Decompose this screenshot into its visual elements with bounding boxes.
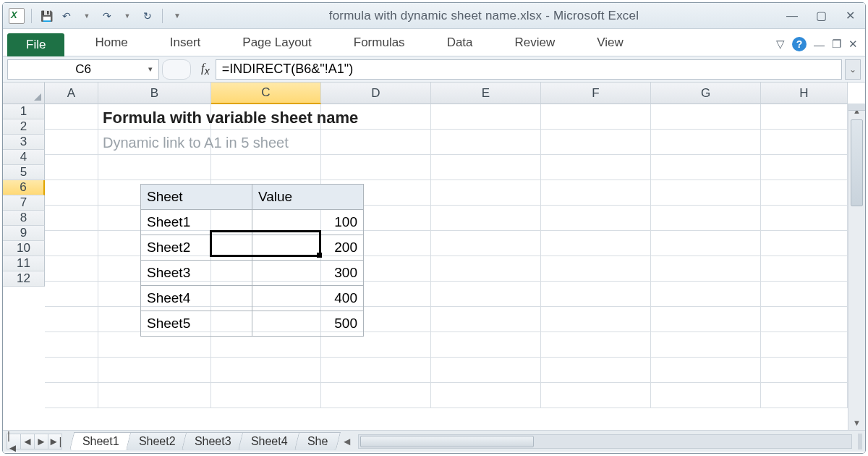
save-icon[interactable]: 💾 [38,8,54,24]
scroll-down-icon[interactable]: ▼ [848,415,865,430]
cell[interactable] [45,256,98,282]
row-header-2[interactable]: 2 [3,119,45,135]
cell[interactable] [45,155,98,180]
cell[interactable] [761,130,848,155]
fx-icon[interactable]: fx [201,61,210,77]
cell[interactable] [431,180,541,206]
redo-icon[interactable]: ↷ [99,8,115,24]
table-row[interactable]: 100 [252,210,364,235]
col-header-c[interactable]: C [211,83,321,104]
table-row[interactable]: 500 [252,311,364,337]
cell[interactable] [651,104,761,130]
hscroll-thumb[interactable] [360,436,534,447]
cell[interactable] [651,332,761,358]
cell[interactable] [541,231,651,256]
ribbon-minimize-icon[interactable]: ▽ [776,38,785,51]
cell[interactable] [211,383,321,408]
minimize-icon[interactable]: ― [783,9,801,23]
cell[interactable] [651,155,761,180]
cancel-formula-icon[interactable] [162,59,191,80]
workbook-close-icon[interactable]: ✕ [848,38,858,51]
row-header-11[interactable]: 11 [3,256,45,271]
cell[interactable] [45,307,98,332]
file-tab[interactable]: File [7,33,64,56]
cell[interactable] [431,307,541,332]
tab-page-layout[interactable]: Page Layout [231,31,323,56]
cell[interactable] [45,282,98,307]
cell[interactable] [541,155,651,180]
cell[interactable] [761,383,848,408]
cell[interactable] [431,282,541,307]
cell[interactable] [431,332,541,358]
cell[interactable] [211,358,321,383]
col-header-h[interactable]: H [761,83,848,104]
col-header-e[interactable]: E [431,83,541,104]
cell[interactable] [541,180,651,206]
cell[interactable] [541,206,651,231]
refresh-icon[interactable]: ↻ [140,8,156,24]
row-header-3[interactable]: 3 [3,135,45,150]
horizontal-scrollbar[interactable] [358,434,852,449]
cell[interactable] [761,206,848,231]
row-header-6[interactable]: 6 [3,180,45,195]
tab-insert[interactable]: Insert [158,31,213,56]
cell[interactable] [651,282,761,307]
scroll-thumb[interactable] [851,119,863,206]
table-row[interactable]: Sheet4 [141,286,252,311]
name-box[interactable]: C6 [7,59,159,80]
undo-dropdown-icon[interactable]: ▼ [79,8,95,24]
sheet-tab-sheet2[interactable]: Sheet2 [126,432,189,450]
cell[interactable] [45,358,98,383]
cell[interactable] [431,104,541,130]
qat-customize-icon[interactable]: ▼ [169,8,185,24]
cell[interactable] [321,383,431,408]
cell[interactable] [541,104,651,130]
workbook-minimize-icon[interactable]: ― [814,38,825,51]
tab-home[interactable]: Home [83,31,139,56]
cell[interactable] [541,130,651,155]
row-header-10[interactable]: 10 [3,241,45,256]
cell[interactable] [431,256,541,282]
select-all-corner[interactable] [3,83,45,104]
last-sheet-icon[interactable]: ►| [48,434,62,449]
sheet-tab-sheet3[interactable]: Sheet3 [182,432,244,450]
tab-review[interactable]: Review [503,31,567,56]
table-row[interactable]: Sheet1 [141,210,252,235]
cell[interactable] [761,358,848,383]
table-row[interactable]: Sheet3 [141,261,252,286]
cell[interactable] [431,383,541,408]
cell[interactable] [651,358,761,383]
maximize-icon[interactable]: ▢ [812,9,830,23]
col-header-a[interactable]: A [45,83,98,104]
formula-input[interactable]: =INDIRECT(B6&"!A1") [216,59,842,80]
cell[interactable] [321,130,431,155]
row-header-7[interactable]: 7 [3,195,45,211]
cell[interactable] [321,358,431,383]
col-header-f[interactable]: F [541,83,651,104]
cell[interactable] [761,332,848,358]
cell[interactable] [541,307,651,332]
next-sheet-icon[interactable]: ► [34,434,48,449]
undo-icon[interactable]: ↶ [59,8,75,24]
cell[interactable] [98,358,211,383]
split-handle[interactable] [848,104,865,111]
sheet-tab-sheet4[interactable]: Sheet4 [238,432,301,450]
cell[interactable] [45,180,98,206]
cell[interactable] [761,155,848,180]
cell[interactable] [45,383,98,408]
cell[interactable] [45,104,98,130]
cell[interactable] [431,206,541,231]
row-header-8[interactable]: 8 [3,211,45,226]
table-header-sheet[interactable]: Sheet [141,185,252,210]
row-header-1[interactable]: 1 [3,104,45,119]
redo-dropdown-icon[interactable]: ▼ [119,8,135,24]
close-icon[interactable]: ✕ [841,9,859,23]
tab-scroll-left-icon[interactable]: ◄ [341,435,352,447]
sheet-tab-sheet5[interactable]: She [294,432,341,450]
cell[interactable] [98,383,211,408]
cell[interactable] [651,130,761,155]
cell[interactable] [761,307,848,332]
col-header-d[interactable]: D [321,83,431,104]
cell[interactable] [321,155,431,180]
sheet-tab-sheet1[interactable]: Sheet1 [69,432,132,450]
